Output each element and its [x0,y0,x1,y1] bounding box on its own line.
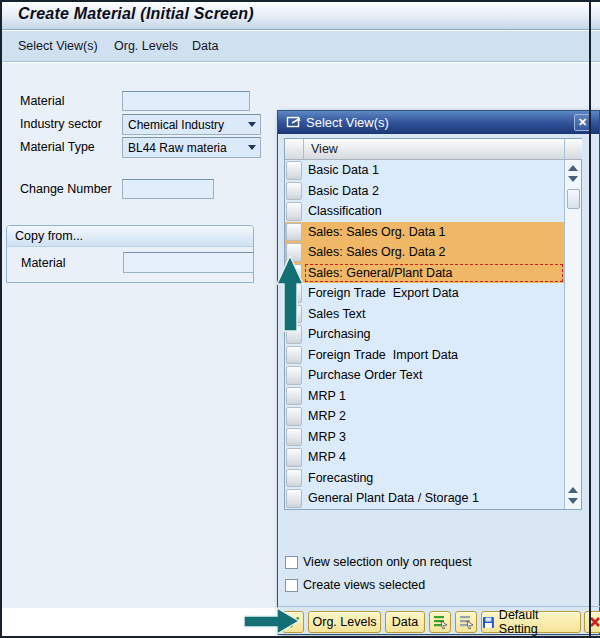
dialog-titlebar[interactable]: Select View(s) ✕ [278,111,599,134]
default-setting-button[interactable]: Default Setting [481,611,581,633]
row-selector[interactable] [286,223,302,242]
select-views-dialog: Select View(s) ✕ View Basic Data 1 Basic… [277,110,600,635]
copy-from-material-label: Material [21,256,65,270]
view-selection-option-row: View selection only on request [285,555,472,569]
row-selector[interactable] [286,161,302,180]
copy-from-title: Copy from... [7,226,253,247]
list-item[interactable]: General Plant Data / Storage 1 [285,488,564,509]
scroll-down-icon[interactable] [568,176,578,182]
toolbar-item-data[interactable]: Data [192,39,218,53]
save-icon [482,616,495,629]
copy-from-group: Copy from... Material [6,225,254,283]
list-item[interactable]: Foreign Trade Export Data [285,283,564,304]
application-toolbar: Select View(s) Org. Levels Data [0,31,600,62]
deselect-all-button[interactable] [455,611,477,633]
industry-sector-label: Industry sector [20,117,102,131]
cancel-button[interactable] [584,611,600,633]
industry-sector-select[interactable]: Chemical Industry [122,114,261,135]
list-item-selected[interactable]: Sales: Sales Org. Data 1 [285,222,564,243]
list-item[interactable]: MRP 1 [285,386,564,407]
row-selector[interactable] [286,243,302,262]
deselect-all-icon [459,615,474,629]
change-number-input[interactable] [122,179,214,199]
material-label: Material [20,94,64,108]
checkbox-label: View selection only on request [303,555,472,569]
scrollbar-corner [565,139,582,160]
row-selector[interactable] [286,264,302,283]
dialog-footer-divider [278,606,600,607]
view-column-header: View [304,139,564,160]
list-item[interactable]: Purchasing [285,324,564,345]
material-type-label: Material Type [20,140,95,154]
window-border-top [0,0,600,2]
material-type-select[interactable]: BL44 Raw materia [122,137,261,158]
sap-window: Create Material (Initial Screen) Select … [0,0,600,638]
toolbar-item-org-levels[interactable]: Org. Levels [114,39,178,53]
list-item[interactable]: Purchase Order Text [285,365,564,386]
toolbar-item-select-views[interactable]: Select View(s) [18,39,98,53]
change-number-label: Change Number [20,182,112,196]
vertical-scrollbar[interactable] [564,139,581,509]
row-selector[interactable] [286,305,302,324]
view-list: View Basic Data 1 Basic Data 2 Classific… [284,138,582,510]
row-selector[interactable] [286,448,302,467]
copy-from-material-input[interactable] [123,252,254,273]
row-selector[interactable] [286,387,302,406]
confirm-check-icon [286,616,300,628]
list-item-selected[interactable]: Sales: Sales Org. Data 2 [285,242,564,263]
list-item[interactable]: Forecasting [285,468,564,489]
checkbox-label: Create views selected [303,578,425,592]
material-type-value: BL44 Raw materia [128,141,244,155]
list-item[interactable]: Sales Text [285,304,564,325]
scroll-down-icon[interactable] [568,498,578,504]
list-item[interactable]: Basic Data 2 [285,181,564,202]
create-views-selected-checkbox[interactable] [285,579,298,592]
industry-sector-value: Chemical Industry [128,118,244,132]
row-selector[interactable] [286,428,302,447]
list-item-selected-focused[interactable]: Sales: General/Plant Data [285,263,564,284]
confirm-button[interactable] [282,611,304,633]
data-button[interactable]: Data [385,611,425,633]
list-item[interactable]: MRP 2 [285,406,564,427]
page-title: Create Material (Initial Screen) [18,5,254,23]
view-list-header: View [285,139,564,160]
row-selector[interactable] [286,182,302,201]
chevron-down-icon [244,145,260,150]
row-selector[interactable] [286,346,302,365]
material-input[interactable] [122,91,250,111]
view-selection-only-checkbox[interactable] [285,556,298,569]
window-border-left [0,0,2,638]
row-selector[interactable] [286,284,302,303]
row-selector[interactable] [286,489,302,508]
row-selector[interactable] [286,325,302,344]
list-item[interactable]: Classification [285,201,564,222]
scroll-up-icon[interactable] [568,165,578,171]
row-selector[interactable] [286,202,302,221]
window-titlebar: Create Material (Initial Screen) [0,0,600,30]
select-all-button[interactable] [429,611,451,633]
dialog-window-icon [286,115,302,133]
list-item[interactable]: MRP 4 [285,447,564,468]
chevron-down-icon [244,122,260,127]
create-views-option-row: Create views selected [285,578,425,592]
select-all-header-cell[interactable] [285,139,304,160]
window-border-right [589,0,591,638]
list-item[interactable]: Basic Data 1 [285,160,564,181]
row-selector[interactable] [286,407,302,426]
list-item[interactable]: MRP 3 [285,427,564,448]
row-selector[interactable] [286,366,302,385]
scrollbar-thumb[interactable] [567,189,580,209]
org-levels-button[interactable]: Org. Levels [308,611,381,633]
list-item[interactable]: Foreign Trade Import Data [285,345,564,366]
row-selector[interactable] [286,469,302,488]
select-all-icon [433,615,448,629]
scroll-up-icon[interactable] [568,487,578,493]
dialog-title: Select View(s) [306,115,389,130]
